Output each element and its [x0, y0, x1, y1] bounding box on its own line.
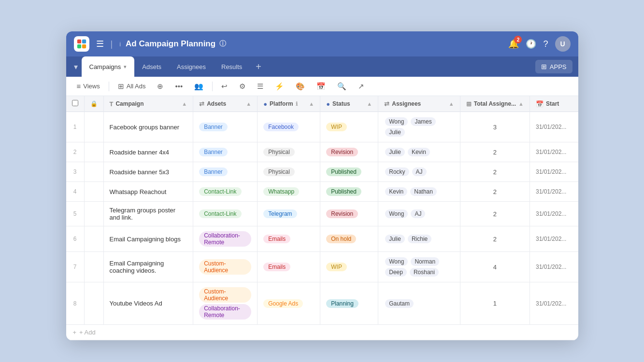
assignee-pill: Julie	[385, 148, 405, 156]
history-button[interactable]: 🕐	[526, 39, 536, 49]
sort-total-icon[interactable]: ▲	[518, 101, 524, 107]
campaign-name-0[interactable]: Facebook groups banner	[103, 112, 193, 142]
platform-cell-5: Emails	[258, 226, 320, 252]
views-button[interactable]: ≡ Views	[73, 80, 104, 92]
assignee-pill: Deep	[385, 268, 407, 277]
th-status[interactable]: ● Status ▲	[320, 96, 378, 112]
status-cell-1: Revision	[320, 142, 378, 162]
status-tag-1: Revision	[326, 148, 358, 156]
list-view-button[interactable]: ☰	[253, 80, 267, 93]
platform-tag-4: Telegram	[263, 209, 297, 218]
share-icon: ↗	[358, 82, 364, 91]
all-ads-button[interactable]: ⊞ All Ads	[114, 80, 150, 93]
tab-adsets[interactable]: Adsets	[134, 56, 169, 77]
add-tab-button[interactable]: +	[252, 61, 265, 72]
more-options-button[interactable]: •••	[171, 80, 186, 92]
campaign-name-7[interactable]: Youtube Videos Ad	[103, 282, 193, 325]
help-button[interactable]: ?	[543, 39, 548, 49]
campaign-name-3[interactable]: Whatsapp Reachout	[103, 182, 193, 202]
share-button[interactable]: ↗	[354, 80, 368, 93]
th-campaign[interactable]: T Campaign ▲	[103, 96, 193, 112]
toolbar: ≡ Views ⊞ All Ads ⊕ ••• 👥 ↩ ⚙ ☰ ⚡	[66, 77, 578, 96]
tab-results[interactable]: Results	[214, 56, 250, 77]
row-lock-2	[84, 162, 103, 182]
avatar[interactable]: U	[555, 36, 571, 52]
tab-assignees[interactable]: Assignees	[169, 56, 214, 77]
assignee-pill: Rocky	[385, 167, 409, 176]
platform-tag-0: Facebook	[263, 123, 299, 131]
sort-status-icon[interactable]: ▲	[367, 101, 372, 107]
assignee-pill: Nathan	[410, 187, 437, 196]
platform-cell-3: Whatsapp	[258, 182, 320, 202]
th-assignees[interactable]: ⇄ Assignees ▲	[378, 96, 460, 112]
th-total-icon: ⊞	[466, 100, 472, 108]
assignees-cell-6: WongNormanDeepRoshani	[378, 252, 460, 282]
status-tag-4: Revision	[326, 209, 358, 218]
assignees-cell-7: Gautam	[378, 282, 460, 325]
add-row-button[interactable]: + + Add	[66, 325, 578, 340]
search-icon: 🔍	[337, 82, 346, 91]
th-platform[interactable]: ● Platform ℹ ▲	[258, 96, 320, 112]
calendar-button[interactable]: 📅	[313, 80, 329, 93]
platform-tag-5: Emails	[263, 235, 290, 243]
sort-adsets-icon[interactable]: ▲	[246, 101, 251, 107]
people-button[interactable]: 👥	[190, 80, 207, 93]
assignee-pill: Gautam	[385, 299, 414, 308]
th-assignees-icon: ⇄	[384, 100, 389, 108]
table-body: 1Facebook groups bannerBannerFacebookWIP…	[66, 112, 578, 325]
adset-tag-7: Custom-Audience	[199, 287, 251, 303]
campaign-name-5[interactable]: Email Campaigning blogs	[103, 226, 193, 252]
assignee-pill: Wong	[385, 209, 408, 218]
undo-button[interactable]: ↩	[217, 80, 231, 93]
assignee-pill: AJ	[412, 167, 427, 176]
adset-tag-3: Contact-Link	[199, 187, 241, 196]
page-title: Ad Campaign Planning ⓘ	[126, 39, 503, 49]
color-button[interactable]: 🎨	[292, 80, 309, 93]
platform-cell-0: Facebook	[258, 112, 320, 142]
total-cell-4: 2	[460, 202, 530, 226]
platform-cell-4: Telegram	[258, 202, 320, 226]
settings-icon: ⚙	[239, 82, 245, 91]
search-button[interactable]: 🔍	[333, 80, 350, 93]
campaign-name-4[interactable]: Telegram groups poster and link.	[103, 202, 193, 226]
platform-tag-3: Whatsapp	[263, 187, 299, 196]
sort-assignees-icon[interactable]: ▲	[449, 101, 454, 107]
info-icon[interactable]: ⓘ	[219, 40, 226, 48]
th-total[interactable]: ⊞ Total Assigne... ▲	[460, 96, 530, 112]
row-num-1: 2	[66, 142, 85, 162]
th-adsets[interactable]: ⇄ Adsets ▲	[193, 96, 258, 112]
group-by-button[interactable]: ⊕	[153, 80, 167, 93]
campaign-name-2[interactable]: Roadside banner 5x3	[103, 162, 193, 182]
th-start[interactable]: 📅 Start	[530, 96, 578, 112]
platform-cell-7: Google Ads	[258, 282, 320, 325]
status-cell-4: Revision	[320, 202, 378, 226]
svg-rect-0	[77, 40, 81, 43]
tab-campaigns[interactable]: Campaigns ▾	[82, 56, 135, 77]
sort-campaign-icon[interactable]: ▲	[182, 101, 187, 107]
th-platform-icon: ●	[263, 100, 267, 108]
filter-icon: ⚡	[275, 82, 284, 91]
table-row: 1Facebook groups bannerBannerFacebookWIP…	[66, 112, 578, 142]
filter-button[interactable]: ⚡	[271, 80, 288, 93]
settings-button[interactable]: ⚙	[235, 80, 249, 93]
sort-platform-icon[interactable]: ▲	[309, 101, 314, 107]
campaign-name-1[interactable]: Roadside banner 4x4	[103, 142, 193, 162]
campaign-name-6[interactable]: Email Campaigning coaching videos.	[103, 252, 193, 282]
tab-campaigns-dropdown[interactable]: ▾	[124, 64, 127, 70]
platform-info-icon[interactable]: ℹ	[296, 101, 298, 107]
th-lock: 🔒	[84, 96, 103, 112]
adset-cell-2: Banner	[193, 162, 258, 182]
tabs-dropdown[interactable]: ▾	[70, 62, 82, 71]
row-num-7: 8	[66, 282, 85, 325]
start-cell-0: 31/01/202...	[530, 112, 578, 142]
app-logo	[74, 36, 89, 52]
hamburger-icon[interactable]: ☰	[96, 39, 104, 49]
adset2-tag-7: Collaboration-Remote	[199, 304, 251, 320]
th-start-icon: 📅	[536, 100, 544, 108]
add-row-icon: +	[73, 329, 77, 336]
select-all-checkbox[interactable]	[72, 100, 78, 106]
notifications-button[interactable]: 🔔 2	[508, 39, 519, 49]
apps-button[interactable]: ⊞ APPS	[535, 60, 572, 73]
platform-cell-2: Physical	[258, 162, 320, 182]
status-cell-3: Published	[320, 182, 378, 202]
